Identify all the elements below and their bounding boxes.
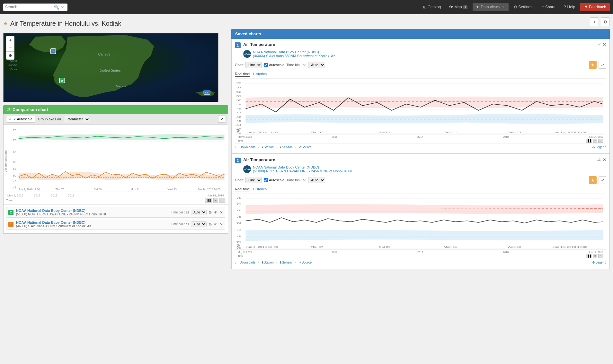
timebin-select-2[interactable]: Auto [191, 210, 207, 215]
nav-map[interactable]: 🗺 Map 1 [446, 3, 471, 11]
station-info-icon: ℹ [262, 145, 263, 149]
chart-fullscreen-button-2[interactable]: ⤢ [599, 176, 606, 184]
footer-downloads-link-2[interactable]: ↓ ↓ Downloads [235, 261, 255, 264]
station-org-link-2[interactable]: NOAA National Data Buoy Center (NDBC) [253, 165, 352, 169]
svg-text:Thu 07: Thu 07 [55, 188, 64, 191]
chart-star-button-2[interactable]: ★ [589, 176, 597, 184]
view-bars-btn-1[interactable]: ▐▐ [586, 139, 592, 143]
star-icon: ★ [476, 5, 479, 9]
nav-help[interactable]: ? Help [561, 3, 578, 11]
search-submit-button[interactable]: 🔍 [53, 4, 60, 10]
chart-card-2: 2 Air Temperature ⇄ ✕ NOAA NOAA National… [231, 154, 610, 269]
nav-catalog[interactable]: ⊞ Catalog [420, 3, 444, 11]
chart-type-select-1[interactable]: Line [245, 62, 262, 68]
legend-eye-button-2[interactable]: 👁 [214, 210, 218, 215]
svg-text:78: 78 [236, 196, 242, 199]
svg-text:51: 51 [236, 95, 242, 98]
tab-realtime-1[interactable]: Real time [235, 72, 250, 77]
chart-shuffle-button-1[interactable]: ⇄ [597, 42, 601, 47]
tab-historical-1[interactable]: Historical [253, 72, 267, 77]
svg-text:55: 55 [13, 167, 16, 170]
svg-text:United States: United States [100, 68, 121, 72]
footer-source-link-1[interactable]: ↗ Source [298, 145, 312, 149]
svg-text:Jun 4, 2018 12:00: Jun 4, 2018 12:00 [19, 188, 40, 191]
chart-close-button-2[interactable]: ✕ [603, 157, 606, 162]
autoscale-check-1[interactable]: Autoscale [264, 63, 284, 67]
comparison-header: ⇄ Comparison chart [3, 105, 228, 114]
comparison-toolbar: ✓ ✓ Autoscale Group axes on Parameter ⤢ [3, 114, 228, 125]
map-zoom-in-button[interactable]: + [6, 36, 14, 44]
legend-gear-button-2[interactable]: ⚙ [209, 210, 212, 215]
view-dots-btn-2[interactable]: ⋮ [598, 254, 603, 258]
autoscale-button[interactable]: ✓ ✓ Autoscale [6, 116, 35, 123]
legend-close-button-1[interactable]: ✕ [220, 222, 223, 227]
chart-dots-btn[interactable]: ⋮ [219, 198, 225, 203]
chart-lines-btn[interactable]: ≡ [213, 198, 218, 203]
nav-share[interactable]: ↗ Share [537, 3, 559, 11]
chart-card-header-2: 2 Air Temperature ⇄ ✕ [235, 157, 606, 163]
footer-source-link-2[interactable]: ↗ Source [298, 261, 312, 264]
autoscale-check-2[interactable]: Autoscale [264, 178, 284, 182]
footer-station-link-1[interactable]: ℹ Station [262, 145, 274, 149]
navbar: 🔍 ✕ ⊞ Catalog 🗺 Map 1 ★ Data views 1 ⚙ S… [0, 0, 613, 14]
footer-station-link-2[interactable]: ℹ Station [262, 261, 274, 264]
chart-view-btns-1: ▐▐ ≡ ⋮ [586, 139, 603, 143]
footer-legend-link-1[interactable]: ⚙ Legend [592, 145, 606, 149]
search-input[interactable] [5, 5, 53, 9]
search-clear-button[interactable]: ✕ [60, 4, 65, 10]
nav-items: ⊞ Catalog 🗺 Map 1 ★ Data views 1 ⚙ Setti… [420, 3, 610, 11]
chart-shuffle-button-2[interactable]: ⇄ [597, 157, 601, 162]
svg-text:1: 1 [52, 49, 54, 53]
tab-realtime-2[interactable]: Real time [235, 187, 250, 192]
add-chart-button[interactable]: + [590, 17, 599, 26]
chart-type-select-2[interactable]: Line [245, 177, 262, 183]
svg-text:74: 74 [236, 221, 242, 224]
nav-settings[interactable]: ⚙ Settings [511, 3, 536, 11]
comparison-expand-button[interactable]: ⤢ [218, 116, 225, 123]
tab-historical-2[interactable]: Historical [253, 187, 267, 192]
svg-text:48: 48 [236, 107, 242, 110]
footer-legend-link-2[interactable]: ⚙ Legend [592, 261, 606, 264]
chart-card-actions-1: ⇄ ✕ [597, 42, 606, 47]
station-name-link-2[interactable]: (51000) NORTHERN HAWAII ONE - 245NM NE o… [253, 169, 352, 173]
chart-gear-button-2[interactable]: ⚙ [236, 243, 240, 248]
group-axes-select[interactable]: Parameter [64, 116, 90, 122]
svg-text:Jun 14, 2018 10:00: Jun 14, 2018 10:00 [553, 131, 587, 134]
station-org-link-1[interactable]: NOAA National Data Buoy Center (NDBC) [253, 50, 336, 54]
timebin-select-chart-1[interactable]: Auto [308, 62, 325, 68]
chart-fullscreen-button-1[interactable]: ⤢ [599, 61, 606, 69]
map-zoom-fit-button[interactable]: ⊕ [6, 52, 14, 59]
map-zoom-out-button[interactable]: − [6, 44, 14, 52]
footer-sensor-link-1[interactable]: ℹ Sensor [280, 145, 292, 149]
svg-text:Jun 14, 2018 10:00: Jun 14, 2018 10:00 [553, 246, 587, 248]
legend-gear-button-1[interactable]: ⚙ [209, 222, 212, 227]
nav-data-views[interactable]: ★ Data views 1 [473, 3, 508, 11]
footer-sensor-link-2[interactable]: ℹ Sensor [280, 261, 292, 264]
svg-text:75: 75 [236, 215, 242, 218]
footer-downloads-link-1[interactable]: ↓ ↓ Downloads [235, 145, 255, 149]
view-dots-btn-1[interactable]: ⋮ [598, 139, 603, 143]
chart-close-button-1[interactable]: ✕ [603, 42, 606, 47]
view-lines-btn-2[interactable]: ≡ [593, 254, 597, 258]
svg-text:45: 45 [13, 179, 16, 183]
map-badge: 1 [463, 5, 468, 9]
legend-color-1: 1 [8, 222, 13, 227]
page-star-icon[interactable]: ★ [3, 21, 8, 27]
comparison-section: ⇄ Comparison chart ✓ ✓ Autoscale Group a… [3, 105, 228, 234]
source-icon-2: ↗ [298, 261, 301, 264]
chart-number-2: 2 [235, 158, 241, 163]
station-info-icon-2: ℹ [262, 261, 263, 264]
view-bars-btn-2[interactable]: ▐▐ [586, 254, 592, 258]
timebin-select-1[interactable]: Auto [191, 221, 207, 227]
chart-star-button-1[interactable]: ★ [589, 61, 597, 69]
legend-close-button-2[interactable]: ✕ [220, 210, 223, 215]
nav-feedback[interactable]: ⚑ Feedback [580, 3, 610, 11]
timebin-select-chart-2[interactable]: Auto [308, 177, 325, 183]
view-lines-btn-1[interactable]: ≡ [593, 139, 597, 143]
legend-eye-button-1[interactable]: 👁 [214, 222, 218, 227]
legend-item: 2 NOAA National Data Buoy Center (NDBC) … [6, 207, 225, 218]
station-name-link-1[interactable]: (46066) S Aleutians 380NM Southwest of K… [253, 54, 336, 58]
chart-bars-btn[interactable]: ▐▐ [205, 198, 212, 203]
settings-button[interactable]: ⚙ [601, 17, 610, 26]
chart-gear-button-1[interactable]: ⚙ [236, 128, 240, 133]
